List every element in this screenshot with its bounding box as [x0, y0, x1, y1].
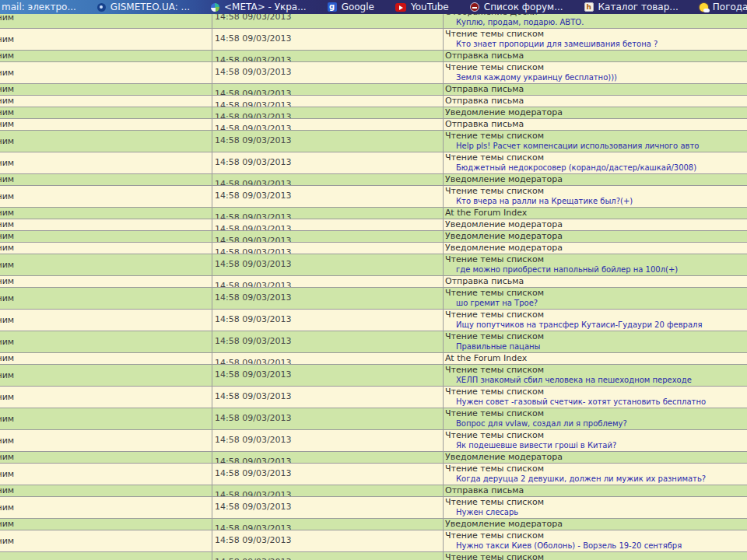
username: Аноним: [0, 277, 14, 286]
timestamp: 14:58 09/03/2013: [215, 435, 292, 445]
bookmark-label: Погода в Крив...: [713, 0, 747, 14]
bookmark-item[interactable]: Google: [328, 0, 374, 14]
weather-icon: [700, 3, 708, 12]
time-cell: 14:58 09/03/2013: [212, 552, 444, 560]
username: Аноним: [0, 35, 14, 44]
username: Аноним: [0, 338, 14, 347]
topic-link[interactable]: Правильные пацаны: [445, 342, 747, 352]
activity-action: Уведомление модератора: [445, 519, 747, 530]
table-row: Аноним 14:58 09/03/2013 Уведомление моде…: [0, 452, 747, 464]
bookmark-item[interactable]: Каталог товар...: [584, 0, 679, 14]
topic-link[interactable]: Нужен совет -газовый счетчик- хотят уста…: [445, 397, 747, 407]
bookmarks-bar: mail: электро... GISMETEO.UA: ... <META>…: [0, 0, 747, 14]
username: Аноним: [0, 316, 14, 325]
user-cell: Аноним: [0, 62, 212, 83]
google-icon: [328, 2, 337, 12]
bookmark-item[interactable]: GISMETEO.UA: ...: [97, 0, 190, 14]
topic-link[interactable]: ХЕЛП знакомый сбил человека на пешеходно…: [445, 376, 747, 385]
bookmark-item[interactable]: Погода в Крив...: [700, 0, 747, 14]
activity-action: Отправка письма: [445, 119, 747, 130]
activity-cell: Уведомление модератора: [444, 219, 747, 230]
bookmark-item[interactable]: <META> - Укра...: [211, 0, 307, 14]
table-row: Аноним 14:58 09/03/2013 Чтение темы спис…: [0, 464, 747, 485]
time-cell: 14:58 09/03/2013: [212, 152, 444, 173]
time-cell: 14:58 09/03/2013: [212, 51, 444, 61]
username: Аноним: [0, 175, 14, 184]
topic-link[interactable]: Земля каждому украинцу бесплатно))): [445, 73, 747, 82]
time-cell: 14:58 09/03/2013: [212, 408, 444, 429]
topic-link[interactable]: Кто знает пропорции для замешивания бето…: [445, 40, 747, 49]
user-cell: Аноним: [0, 231, 212, 242]
topic-link[interactable]: Кто вчера на ралли на Крещатике был?(+): [445, 197, 747, 206]
timestamp: 14:58 09/03/2013: [215, 112, 292, 119]
topic-link[interactable]: Нужно такси Киев (Оболонь) - Ворзель 19-…: [445, 541, 747, 551]
time-cell: 14:58 09/03/2013: [212, 84, 444, 95]
activity-action: Чтение темы списком: [445, 430, 747, 441]
table-row: Аноним 14:58 09/03/2013 Чтение темы спис…: [0, 408, 747, 430]
topic-link[interactable]: Бюджетный недокросовер (корандо/дастер/к…: [445, 163, 747, 173]
timestamp: 14:58 09/03/2013: [215, 336, 292, 346]
time-cell: 14:58 09/03/2013: [212, 29, 444, 50]
topic-link[interactable]: Куплю, продам, подарю. АВТО.: [445, 18, 747, 27]
activity-cell: Чтение темы списком Кто вчера на ралли н…: [444, 186, 747, 207]
activity-action: Чтение темы списком: [445, 186, 747, 197]
activity-cell: Уведомление модератора: [444, 519, 747, 530]
activity-action: Чтение темы списком: [445, 464, 747, 474]
time-cell: 14:58 09/03/2013: [212, 310, 444, 331]
activity-cell: Чтение темы списком Help pls! Расчет ком…: [444, 131, 747, 152]
bookmark-item[interactable]: mail: электро...: [2, 0, 76, 14]
user-cell: Аноним: [0, 276, 212, 287]
user-cell: Аноним: [0, 131, 212, 152]
time-cell: 14:58 09/03/2013: [212, 107, 444, 118]
topic-link[interactable]: Як подешевше вивести гроші в Китай?: [445, 441, 747, 450]
user-cell: Аноним: [0, 310, 212, 331]
timestamp: 14:58 09/03/2013: [215, 490, 292, 497]
timestamp: 14:58 09/03/2013: [215, 89, 292, 96]
topic-link[interactable]: Вопрос для vvlaw, создал ли я проблему?: [445, 419, 747, 429]
user-cell: Аноним: [0, 353, 212, 364]
user-cell: Аноним: [0, 485, 212, 496]
time-cell: 14:58 09/03/2013: [212, 276, 444, 287]
activity-action: Отправка письма: [445, 51, 747, 61]
table-row: Аноним 14:58 09/03/2013 Отправка письма: [0, 485, 747, 497]
table-row: Аноним 14:58 09/03/2013 Чтение темы спис…: [0, 387, 747, 408]
topic-link[interactable]: Нужен слесарь: [445, 508, 747, 517]
username: Аноним: [0, 192, 14, 201]
username: Аноним: [0, 537, 14, 546]
user-cell: Аноним: [0, 552, 212, 560]
youtube-icon: [395, 3, 406, 12]
topic-link[interactable]: шо гремит на Трое?: [445, 299, 747, 308]
time-cell: 14:58 09/03/2013: [212, 530, 444, 551]
topic-link[interactable]: Ищу попутчиков на трансфер Кутаиси-Гудау…: [445, 320, 747, 330]
timestamp: 14:58 09/03/2013: [215, 191, 292, 201]
time-cell: 14:58 09/03/2013: [212, 452, 444, 463]
bookmark-item[interactable]: YouTube: [395, 0, 449, 14]
table-row: Аноним 14:58 09/03/2013 Чтение темы спис…: [0, 29, 747, 51]
activity-cell: Чтение темы списком ХЕЛП знакомый сбил ч…: [444, 365, 747, 386]
timestamp: 14:58 09/03/2013: [215, 281, 292, 288]
activity-action: Отправка письма: [445, 276, 747, 287]
table-row: Аноним 14:58 09/03/2013 Уведомление моде…: [0, 174, 747, 186]
user-cell: Аноним: [0, 530, 212, 551]
time-cell: 14:58 09/03/2013: [212, 288, 444, 309]
user-cell: Аноним: [0, 96, 212, 107]
topic-link[interactable]: Когда деруцца 2 девушки, должен ли мужик…: [445, 474, 747, 484]
activity-action: Чтение темы списком: [445, 131, 747, 142]
table-row: Аноним 14:58 09/03/2013 Уведомление моде…: [0, 519, 747, 530]
table-row: Аноним 14:58 09/03/2013 Чтение темы спис…: [0, 288, 747, 310]
timestamp: 14:58 09/03/2013: [215, 292, 292, 303]
time-cell: 14:58 09/03/2013: [212, 353, 444, 364]
topic-link[interactable]: Help pls! Расчет компенсации использован…: [445, 142, 747, 151]
username: Аноним: [0, 415, 14, 424]
timestamp: 14:58 09/03/2013: [215, 179, 292, 186]
topic-link[interactable]: где можно приобрести напольный бойлер на…: [445, 265, 747, 275]
activity-action: Чтение темы списком: [445, 62, 747, 73]
user-cell: Аноним: [0, 186, 212, 207]
activity-action: Уведомление модератора: [445, 107, 747, 118]
activity-action: Чтение темы списком: [445, 497, 747, 508]
bookmark-item[interactable]: Список форум...: [470, 0, 563, 14]
table-row: Аноним 14:58 09/03/2013 Чтение темы спис…: [0, 552, 747, 560]
username: Аноним: [0, 436, 14, 446]
username: Аноним: [0, 243, 14, 253]
username: Аноним: [0, 208, 14, 218]
